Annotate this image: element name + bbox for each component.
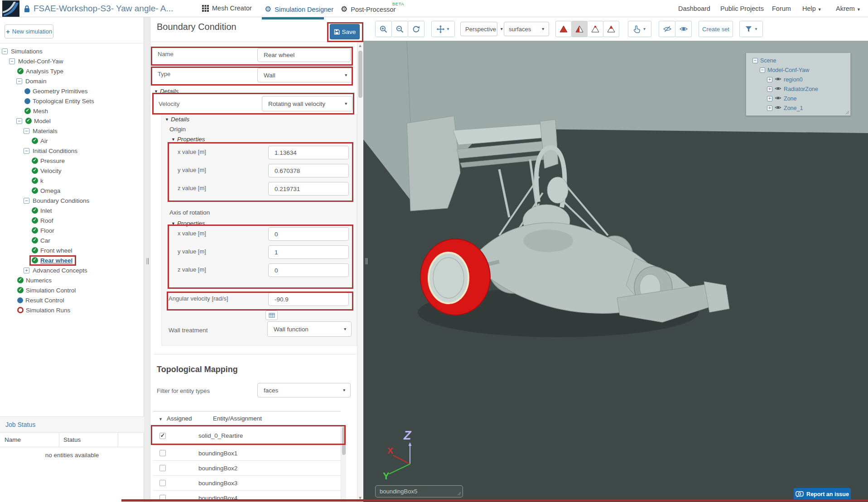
expand-toggle-icon[interactable] (767, 105, 772, 111)
zoom-out-button[interactable] (391, 21, 408, 37)
tab-post-processor[interactable]: ⚙ Post-Processor (341, 5, 395, 14)
expand-toggle-icon[interactable] (9, 58, 15, 64)
tree-item[interactable]: Velocity (0, 166, 144, 176)
move-tool-button[interactable]: ▼ (431, 21, 455, 37)
expand-toggle-icon[interactable] (2, 48, 8, 54)
scene-tree-item[interactable]: Scene (751, 56, 850, 65)
tree-item[interactable]: k (0, 176, 144, 186)
hide-selection-button[interactable] (659, 21, 675, 37)
tree-item[interactable]: Floor (0, 225, 144, 235)
tree-item[interactable]: Model-Conf-Yaw (0, 56, 144, 66)
expand-toggle-icon[interactable] (24, 128, 29, 134)
tree-item[interactable]: Initial Conditions (0, 146, 144, 156)
scene-tree-item[interactable]: Zone_1 (751, 103, 850, 113)
scene-tree-item[interactable]: region0 (751, 75, 850, 84)
axis-z-input[interactable]: 0 (268, 263, 349, 277)
tree-item[interactable]: Numerics (0, 275, 144, 285)
eye-icon[interactable] (775, 96, 781, 102)
nav-help-menu[interactable]: Help▼ (802, 5, 822, 12)
app-logo[interactable] (2, 0, 19, 17)
tree-item[interactable]: Domain (0, 76, 144, 86)
tree-item[interactable]: Boundary Conditions (0, 196, 144, 206)
tree-item[interactable]: Air (0, 136, 144, 146)
tree-item[interactable]: Mesh (0, 106, 144, 116)
velocity-select[interactable]: Rotating wall velocity▼ (262, 96, 352, 111)
nav-public-projects[interactable]: Public Projects (720, 5, 764, 12)
details-section-header[interactable]: ▼ Details (154, 88, 178, 95)
report-issue-button[interactable]: Report an issue (794, 488, 851, 500)
view-tip-button[interactable] (603, 21, 619, 37)
origin-x-input[interactable]: 1.13634 (268, 146, 349, 159)
origin-y-input[interactable]: 0.670378 (268, 164, 349, 177)
tree-item[interactable]: Simulation Runs (0, 305, 144, 315)
assignment-checkbox[interactable] (159, 465, 166, 471)
axis-y-input[interactable]: 1 (268, 245, 349, 259)
tree-item[interactable]: Simulation Control (0, 285, 144, 295)
view-solid-button[interactable] (555, 21, 572, 37)
panel-resize-grip[interactable] (364, 258, 368, 264)
table-input-button[interactable] (265, 311, 278, 320)
panel-scrollbar[interactable]: ▲ ▼ (357, 42, 363, 502)
entity-filter-select[interactable]: faces▼ (257, 383, 351, 397)
name-input[interactable]: Rear wheel (257, 48, 351, 62)
expand-toggle-icon[interactable] (767, 96, 772, 101)
tree-item[interactable]: Pressure (0, 156, 144, 166)
assignment-checkbox[interactable] (159, 433, 166, 439)
zoom-in-button[interactable] (375, 21, 392, 37)
filter-button[interactable]: ▼ (739, 21, 763, 37)
angular-velocity-input[interactable]: -90.9 (268, 292, 349, 306)
expand-toggle-icon[interactable] (760, 67, 765, 73)
assignment-row[interactable]: boundingBox1 (153, 446, 341, 461)
expand-toggle-icon[interactable] (767, 77, 772, 82)
reset-view-button[interactable] (408, 21, 424, 37)
cockpit-opening[interactable] (523, 229, 573, 252)
assignment-checkbox[interactable] (159, 480, 166, 486)
tree-item[interactable]: Roof (0, 215, 144, 225)
tab-simulation-designer[interactable]: ⚙ Simulation Designer (265, 5, 333, 14)
tree-item[interactable]: Materials (0, 126, 144, 136)
eye-icon[interactable] (775, 105, 781, 111)
tab-mesh-creator[interactable]: Mesh Creator (202, 5, 252, 12)
expand-toggle-icon[interactable] (24, 198, 29, 204)
pick-tool-button[interactable]: ▼ (628, 21, 651, 37)
assignment-checkbox[interactable] (159, 450, 166, 456)
assignment-row[interactable]: boundingBox2 (153, 461, 341, 476)
type-select[interactable]: Wall▼ (257, 68, 352, 82)
tree-item[interactable]: Topological Entity Sets (0, 96, 144, 106)
scene-tree-item[interactable]: RadiatorZone (751, 84, 850, 94)
tree-item[interactable]: Inlet (0, 206, 144, 215)
expand-toggle-icon[interactable] (16, 78, 22, 84)
wall-treatment-select[interactable]: Wall function▼ (267, 321, 352, 337)
panel-resize-grip[interactable] (145, 258, 149, 264)
scrollbar-thumb[interactable] (358, 51, 362, 98)
view-wireframe-button[interactable] (587, 21, 603, 37)
assigned-column-sort[interactable]: ▼ Assigned (159, 415, 192, 422)
tree-item[interactable]: Rear wheel (0, 255, 144, 265)
show-selection-button[interactable] (675, 21, 692, 37)
origin-z-input[interactable]: 0.219731 (268, 182, 349, 196)
tree-item[interactable]: Simulations (0, 46, 144, 56)
create-set-button[interactable]: Create set (699, 21, 733, 37)
nav-forum[interactable]: Forum (772, 5, 791, 12)
tree-item[interactable]: Analysis Type (0, 66, 144, 76)
table-scrollbar[interactable] (341, 426, 346, 502)
tree-item[interactable]: Omega (0, 186, 144, 196)
axis-x-input[interactable]: 0 (268, 227, 349, 241)
assignment-row[interactable]: boundingBox3 (153, 476, 341, 491)
tree-item[interactable]: Model (0, 116, 144, 126)
scroll-up-icon[interactable]: ▲ (357, 43, 363, 48)
expand-toggle-icon[interactable] (767, 86, 772, 92)
resize-handle-icon[interactable] (845, 110, 849, 115)
tree-item[interactable]: Car (0, 235, 144, 245)
view-half-button[interactable] (571, 21, 588, 37)
expand-toggle-icon[interactable] (24, 148, 29, 154)
expand-toggle-icon[interactable] (752, 58, 758, 63)
tree-item[interactable]: Result Control (0, 295, 144, 305)
scene-tree-item[interactable]: Zone (751, 94, 850, 103)
axis-properties-header[interactable]: ▼ Properties (171, 220, 205, 227)
projection-select[interactable]: Perspective▼ (460, 22, 497, 36)
nav-dashboard[interactable]: Dashboard (678, 5, 710, 12)
save-button[interactable]: Save (330, 24, 360, 39)
eye-icon[interactable] (775, 76, 781, 83)
tree-item[interactable]: Advanced Concepts (0, 265, 144, 275)
